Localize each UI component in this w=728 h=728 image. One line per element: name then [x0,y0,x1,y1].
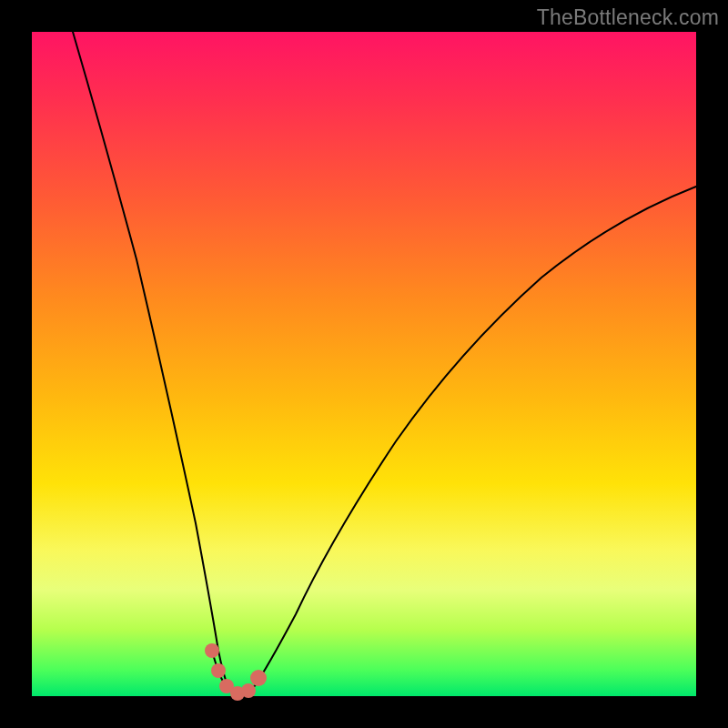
marker-dot [205,643,219,658]
marker-dot [211,663,226,678]
watermark-label: TheBottleneck.com [537,5,719,30]
marker-dot [250,670,267,686]
curve-svg [32,32,696,696]
marker-dot [241,683,256,698]
chart-frame: TheBottleneck.com [0,0,728,728]
curve-left [73,32,228,685]
curve-right [254,187,696,687]
plot-area [32,32,696,696]
